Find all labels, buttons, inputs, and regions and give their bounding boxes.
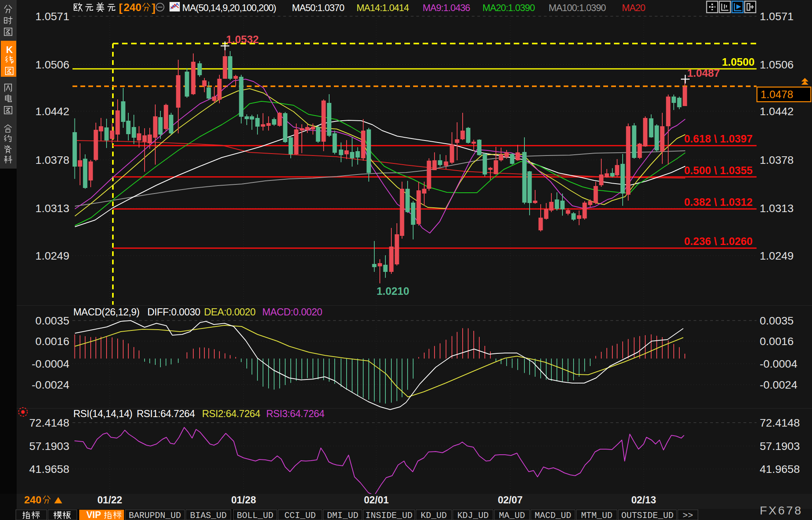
- svg-text:MA(50,14,9,20,100,200): MA(50,14,9,20,100,200): [182, 2, 276, 13]
- svg-text:MA9:1.0436: MA9:1.0436: [423, 2, 470, 13]
- svg-text:57.1903: 57.1903: [29, 440, 69, 452]
- svg-text:1.0378: 1.0378: [760, 154, 794, 166]
- svg-text:1.0249: 1.0249: [760, 250, 794, 262]
- svg-text:RSI(14,14,14): RSI(14,14,14): [73, 408, 132, 419]
- svg-text:DMI_UD: DMI_UD: [327, 511, 358, 520]
- svg-text:MTM_UD: MTM_UD: [581, 511, 612, 520]
- svg-text:MA20:1.0390: MA20:1.0390: [482, 2, 535, 13]
- svg-text:BIAS_UD: BIAS_UD: [190, 511, 227, 520]
- svg-text:1.0378: 1.0378: [35, 154, 69, 166]
- svg-text:MA20: MA20: [622, 2, 645, 13]
- svg-text:240: 240: [124, 2, 141, 13]
- svg-text:0.0035: 0.0035: [760, 315, 794, 327]
- svg-text:]: ]: [152, 2, 155, 14]
- svg-text:72.4148: 72.4148: [29, 417, 69, 429]
- svg-text:02/07: 02/07: [498, 494, 523, 505]
- svg-text:MA50:1.0370: MA50:1.0370: [292, 2, 344, 13]
- svg-text:41.9658: 41.9658: [29, 463, 69, 475]
- svg-text:MACD:0.0020: MACD:0.0020: [262, 306, 322, 317]
- svg-text:0.500 \ 1.0355: 0.500 \ 1.0355: [684, 165, 753, 176]
- svg-text:-0.0024: -0.0024: [760, 379, 797, 391]
- svg-text:72.4148: 72.4148: [760, 417, 800, 429]
- svg-text:1.0210: 1.0210: [377, 285, 410, 297]
- svg-text:0.382 \ 1.0312: 0.382 \ 1.0312: [684, 196, 753, 208]
- svg-text:1.0313: 1.0313: [35, 202, 69, 214]
- svg-text:41.9658: 41.9658: [760, 463, 800, 475]
- svg-text:1.0500: 1.0500: [722, 56, 755, 68]
- svg-text:RSI2:64.7264: RSI2:64.7264: [202, 408, 260, 419]
- svg-text:0.0016: 0.0016: [35, 335, 69, 347]
- svg-text:VIP: VIP: [86, 510, 101, 520]
- svg-text:1.0506: 1.0506: [760, 59, 794, 71]
- svg-text:02/13: 02/13: [631, 494, 656, 505]
- svg-text:-0.0004: -0.0004: [32, 358, 69, 370]
- svg-text:[: [: [119, 2, 122, 14]
- svg-text:MA100:1.0390: MA100:1.0390: [549, 2, 606, 13]
- svg-text:0.0035: 0.0035: [35, 315, 69, 327]
- svg-text:1.0249: 1.0249: [35, 250, 69, 262]
- svg-text:BOLL_UD: BOLL_UD: [237, 511, 273, 520]
- svg-text:-0.0024: -0.0024: [32, 379, 69, 391]
- svg-text:0.0016: 0.0016: [760, 335, 794, 347]
- svg-text:0.618 \ 1.0397: 0.618 \ 1.0397: [684, 133, 753, 145]
- svg-text:INSIDE_UD: INSIDE_UD: [366, 511, 413, 520]
- svg-text:1.0571: 1.0571: [760, 10, 794, 23]
- svg-text:KDJ_UD: KDJ_UD: [457, 511, 488, 520]
- svg-text:-0.0004: -0.0004: [760, 358, 797, 370]
- svg-text:57.1903: 57.1903: [760, 440, 800, 452]
- svg-text:01/22: 01/22: [97, 494, 122, 505]
- svg-text:KD_UD: KD_UD: [421, 511, 447, 520]
- svg-text:1.0487: 1.0487: [687, 67, 720, 79]
- svg-text:K: K: [6, 44, 13, 55]
- svg-text:02/01: 02/01: [364, 494, 389, 505]
- svg-text:240: 240: [24, 494, 41, 506]
- svg-text:BARUPDN_UD: BARUPDN_UD: [129, 511, 181, 520]
- svg-text:1.0442: 1.0442: [760, 105, 794, 118]
- svg-text:1.0506: 1.0506: [35, 59, 69, 71]
- svg-text:DIFF:0.0030: DIFF:0.0030: [147, 306, 200, 317]
- svg-text:1.0313: 1.0313: [760, 202, 794, 214]
- svg-text:OUTSIDE_UD: OUTSIDE_UD: [621, 511, 673, 520]
- svg-text:DEA:0.0020: DEA:0.0020: [204, 306, 255, 317]
- svg-text:0.236 \ 1.0260: 0.236 \ 1.0260: [684, 235, 753, 247]
- svg-text:>>: >>: [682, 511, 693, 520]
- svg-text:1.0571: 1.0571: [35, 10, 69, 23]
- svg-text:MA_UD: MA_UD: [499, 511, 525, 520]
- svg-text:1.0442: 1.0442: [35, 105, 69, 118]
- svg-text:FX678: FX678: [760, 504, 802, 517]
- svg-text:RSI1:64.7264: RSI1:64.7264: [137, 408, 195, 419]
- svg-text:MACD_UD: MACD_UD: [535, 511, 571, 520]
- svg-text:01/28: 01/28: [231, 494, 256, 505]
- svg-text:1.0532: 1.0532: [226, 34, 259, 46]
- svg-text:MA14:1.0414: MA14:1.0414: [356, 2, 409, 13]
- svg-text:1.0478: 1.0478: [761, 89, 793, 101]
- svg-text:RSI3:64.7264: RSI3:64.7264: [266, 408, 324, 419]
- svg-text:MACD(26,12,9): MACD(26,12,9): [73, 306, 139, 317]
- svg-text:CCI_UD: CCI_UD: [284, 511, 316, 520]
